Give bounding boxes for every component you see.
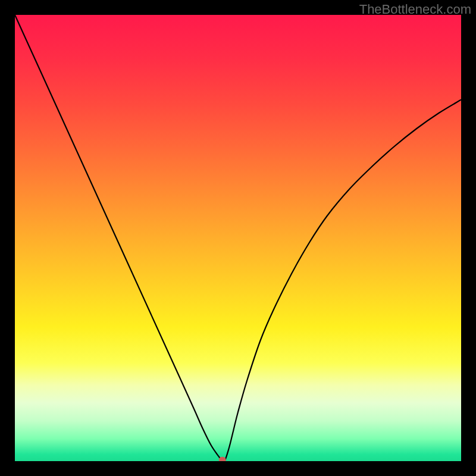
- chart-plot-area: [15, 15, 461, 461]
- chart-frame: TheBottleneck.com: [0, 0, 476, 476]
- chart-svg: [15, 15, 461, 461]
- watermark-text: TheBottleneck.com: [359, 2, 471, 17]
- gradient-background: [15, 15, 461, 461]
